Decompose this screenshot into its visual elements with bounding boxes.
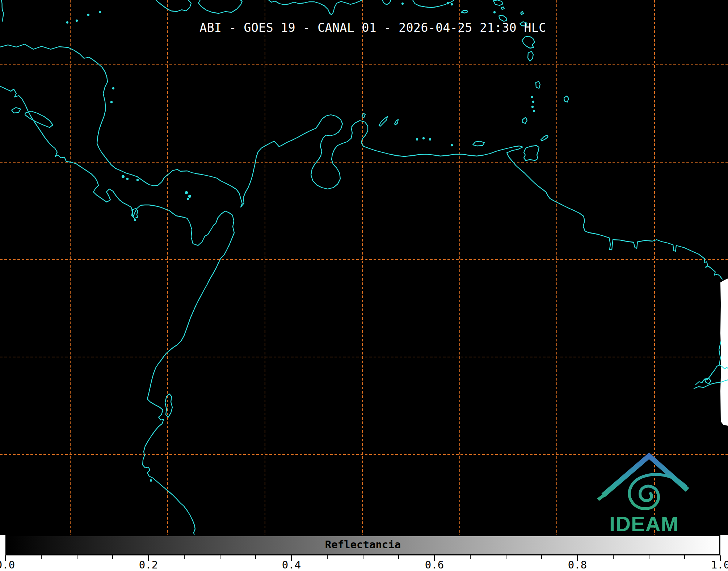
logo-spiral-icon (629, 474, 686, 509)
islet-dot (185, 192, 188, 194)
islet-dot (88, 14, 89, 16)
islet-dot (451, 144, 453, 146)
island-puna (165, 394, 172, 417)
island-trinidad (524, 146, 539, 160)
islet-dot (67, 22, 68, 23)
colorbar-minor-tick (398, 555, 399, 559)
latlon-grid (0, 0, 728, 535)
colorbar-minor-tick (77, 555, 77, 559)
islet-dot (111, 101, 112, 103)
coastline-hispaniola-east (382, 0, 391, 5)
goes-satellite-image-viewer: { "header": { "title": "ABI - GOES 19 - … (0, 0, 728, 571)
coastline-overlay (0, 0, 728, 537)
coastline-fragment (1, 0, 3, 22)
logo-text: IDEAM (609, 512, 679, 536)
islet-dot (150, 480, 152, 481)
islet-dot (187, 198, 189, 200)
island-margarita (473, 141, 484, 146)
colorbar-minor-tick (613, 555, 614, 559)
colorbar-minor-tick (649, 555, 649, 559)
colorbar-ticks (5, 555, 720, 563)
island (521, 11, 523, 14)
image-title: ABI - GOES 19 - CANAL 01 - 2026-04-25 21… (199, 21, 546, 35)
colorbar-minor-tick (363, 555, 363, 559)
satellite-map: IDEAM (0, 0, 728, 571)
colorbar-gradient: Reflectancia (5, 535, 720, 555)
colorbar-minor-tick (184, 555, 185, 559)
islet-dot (531, 96, 533, 98)
lake-managua (12, 108, 21, 113)
colorbar-minor-tick (470, 555, 471, 559)
islet-dot (533, 110, 535, 112)
coastline-hispaniola (269, 0, 362, 15)
ideam-logo: IDEAM (598, 456, 687, 536)
islet-dot (447, 3, 449, 4)
island-st-vincent (536, 81, 540, 88)
island-martinique (522, 36, 535, 48)
colorbar-minor-tick (220, 555, 220, 559)
colorbar-tick-label: 0.0 (0, 559, 15, 571)
colorbar-tick-label: 1.0 (711, 559, 728, 571)
colorbar-minor-tick (327, 555, 328, 559)
islet-dot (76, 20, 77, 21)
islet-dot (122, 176, 124, 178)
islet-dot (137, 179, 138, 181)
island (461, 11, 468, 13)
islet-dot (134, 219, 136, 221)
colorbar-minor-tick (541, 555, 542, 559)
islet-dot (423, 138, 424, 139)
islet-dot (451, 4, 453, 5)
coastline-cuba (156, 0, 191, 12)
islet-dot (127, 178, 128, 180)
islet-dot (189, 195, 191, 197)
colorbar-minor-tick (255, 555, 256, 559)
island-curacao (379, 117, 387, 126)
colorbar-minor-tick (112, 555, 113, 559)
islet-dot (494, 12, 495, 13)
colorbar-minor-tick (684, 555, 685, 559)
colorbar-minor-tick (41, 555, 42, 559)
islet-dot (533, 101, 534, 102)
island-tobago (541, 135, 548, 141)
colorbar-tick-label: 0.4 (282, 559, 301, 571)
island-barbados (564, 96, 569, 102)
no-data-region (720, 278, 728, 426)
islet-dot (99, 11, 101, 13)
island (501, 7, 504, 9)
island-jamaica (198, 0, 242, 13)
islet-dot (532, 106, 533, 108)
colorbar-tick-label: 0.6 (425, 559, 444, 571)
coastline-caribbean-mainland (0, 44, 722, 279)
island-st-lucia (528, 51, 533, 61)
islet-dot (402, 3, 403, 4)
colorbar-tick-label: 0.2 (139, 559, 158, 571)
islet-dot (113, 88, 114, 89)
islet-dot (416, 139, 418, 140)
island (493, 0, 503, 5)
island-grenada (523, 117, 527, 123)
coastline-pacific (0, 86, 234, 537)
colorbar-label: Reflectancia (7, 538, 719, 551)
colorbar-minor-tick (506, 555, 506, 559)
island-bonaire (395, 119, 398, 125)
coastline-amazon-estuary (719, 342, 721, 365)
islet-dot (429, 139, 431, 140)
colorbar-tick-label: 0.8 (568, 559, 587, 571)
